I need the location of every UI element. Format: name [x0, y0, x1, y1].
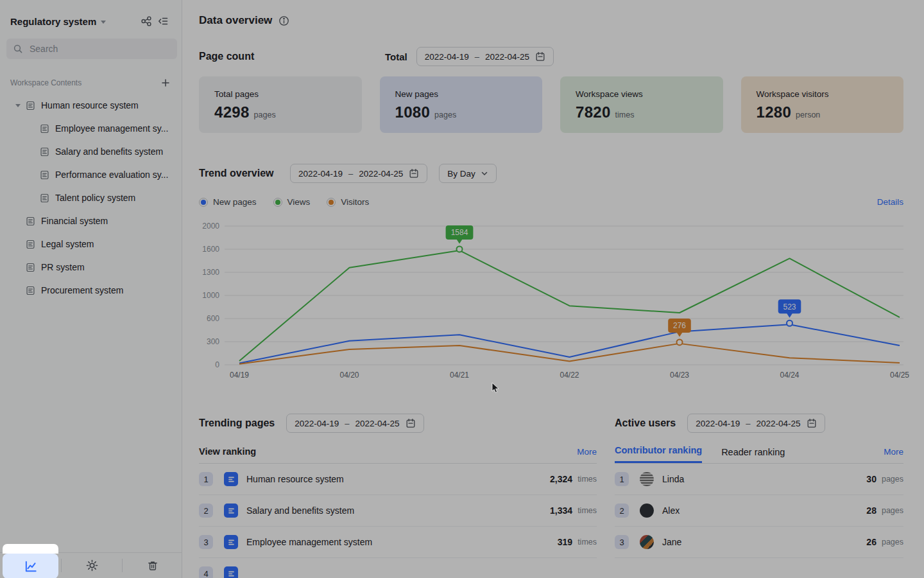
view-ranking-row[interactable]: 2 Salary and benefits system 1,334 times — [199, 495, 597, 527]
trending-pages-section: Trending pages 2022-04-19 – 2022-04-25 — [199, 414, 597, 578]
contributor-row[interactable]: 3 Jane 26 pages — [615, 527, 903, 558]
caret-down-icon[interactable] — [10, 104, 26, 107]
tree-item-label: Salary and benefits system — [55, 146, 163, 157]
avatar — [640, 472, 654, 486]
date-start: 2022-04-19 — [425, 52, 469, 62]
document-icon — [26, 101, 35, 110]
tree-item[interactable]: Legal system — [0, 232, 182, 256]
active-users-title: Active users — [615, 417, 676, 429]
trash-icon[interactable] — [140, 553, 166, 578]
tree-item[interactable]: PR system — [0, 256, 182, 279]
contributor-row[interactable]: 2 Alex 28 pages — [615, 495, 903, 527]
stats-button[interactable] — [3, 554, 58, 578]
svg-text:300: 300 — [207, 337, 219, 346]
tree-item-label: Financial system — [41, 216, 108, 226]
settings-icon[interactable] — [79, 553, 105, 578]
calendar-icon — [406, 418, 416, 428]
search-input[interactable] — [6, 39, 177, 59]
document-icon — [26, 263, 35, 272]
tree-item-label: Procurement system — [41, 285, 123, 295]
tab-reader-ranking[interactable]: Reader ranking — [721, 447, 785, 463]
avatar — [640, 504, 654, 518]
date-end: 2022-04-25 — [359, 169, 403, 179]
svg-text:04/19: 04/19 — [230, 371, 249, 380]
page-count-title: Page count — [199, 51, 385, 62]
svg-text:2000: 2000 — [202, 222, 219, 231]
collapse-sidebar-icon[interactable] — [155, 13, 171, 30]
add-page-icon[interactable] — [158, 76, 173, 90]
trending-pages-date-picker[interactable]: 2022-04-19 – 2022-04-25 — [286, 414, 424, 433]
document-icon — [40, 193, 49, 203]
avatar — [640, 535, 654, 549]
legend-label: New pages — [213, 197, 257, 207]
view-count: 2,324 — [550, 474, 572, 484]
trending-more-link[interactable]: More — [577, 447, 597, 463]
rank-badge: 3 — [199, 535, 213, 549]
workspace-tree: Human resource system Employee managemen… — [0, 94, 182, 302]
date-start: 2022-04-19 — [298, 169, 343, 179]
share-icon[interactable] — [138, 13, 155, 30]
rank-badge: 1 — [615, 472, 629, 486]
tree-item[interactable]: Financial system — [0, 209, 182, 232]
legend-dot-icon — [273, 198, 282, 207]
stat-label: Total pages — [214, 89, 346, 99]
tree-item[interactable]: Procurement system — [0, 279, 182, 302]
view-ranking-row[interactable]: 3 Employee management system 319 times — [199, 527, 597, 558]
workspace-switcher[interactable]: Regulatory system — [10, 16, 106, 27]
active-users-more-link[interactable]: More — [884, 447, 903, 463]
stat-label: Workspace views — [576, 89, 708, 99]
view-ranking-row[interactable]: 4 — [199, 558, 597, 578]
svg-text:04/25: 04/25 — [890, 371, 909, 380]
stat-card-workspace-views: Workspace views 7820times — [560, 76, 723, 133]
stat-card-total-pages: Total pages 4298pages — [199, 76, 362, 133]
legend-item[interactable]: Visitors — [327, 197, 369, 207]
info-icon[interactable] — [278, 15, 289, 26]
granularity-select[interactable]: By Day — [439, 164, 497, 183]
legend-item[interactable]: New pages — [199, 197, 257, 207]
legend-item[interactable]: Views — [273, 197, 311, 207]
rank-badge: 4 — [199, 566, 213, 578]
svg-text:1300: 1300 — [202, 268, 219, 277]
view-count-unit: times — [578, 506, 597, 515]
legend-dot-icon — [199, 198, 208, 207]
document-icon — [40, 124, 49, 134]
tree-item-label: Employee management sy... — [55, 123, 168, 134]
tree-item[interactable]: Employee management sy... — [0, 117, 182, 140]
trend-chart[interactable]: 0300600100013001600200004/1904/2004/2104… — [199, 221, 903, 380]
view-ranking-row[interactable]: 1 Human resource system 2,324 times — [199, 464, 597, 495]
tree-item[interactable]: Talent policy system — [0, 186, 182, 209]
stat-cards: Total pages 4298pages New pages 1080page… — [199, 76, 903, 133]
tab-contributor-ranking[interactable]: Contributor ranking — [615, 445, 702, 463]
date-start: 2022-04-19 — [696, 419, 740, 428]
details-link[interactable]: Details — [877, 197, 903, 207]
search-field[interactable] — [28, 43, 159, 55]
calendar-icon — [409, 168, 419, 179]
tree-item-label: Human resource system — [41, 100, 139, 110]
contributor-row[interactable]: 1 Linda 30 pages — [615, 464, 903, 495]
tree-item-label: Legal system — [41, 239, 94, 249]
stat-value: 1080 — [395, 103, 431, 121]
page-count: 26 — [866, 537, 877, 547]
stat-card-workspace-visitors: Workspace visitors 1280person — [741, 76, 904, 133]
date-separator: – — [746, 419, 750, 428]
tree-item-label: Talent policy system — [55, 193, 135, 203]
stat-unit: pages — [434, 110, 456, 119]
stats-spotlight — [3, 544, 58, 578]
trend-date-picker[interactable]: 2022-04-19 – 2022-04-25 — [290, 164, 427, 183]
active-users-date-picker[interactable]: 2022-04-19 – 2022-04-25 — [687, 414, 825, 433]
tree-item[interactable]: Salary and benefits system — [0, 140, 182, 163]
chevron-down-icon — [101, 21, 106, 24]
page-count-date-picker[interactable]: 2022-04-19 – 2022-04-25 — [416, 47, 554, 66]
date-separator: – — [345, 419, 349, 428]
svg-text:04/24: 04/24 — [780, 371, 799, 380]
svg-text:1584: 1584 — [451, 228, 468, 237]
document-icon — [26, 286, 35, 295]
date-end: 2022-04-25 — [355, 419, 400, 428]
page-title-text: Human resource system — [246, 474, 550, 484]
svg-text:04/22: 04/22 — [560, 371, 579, 380]
date-separator: – — [348, 169, 353, 179]
tree-item[interactable]: Human resource system — [0, 94, 182, 117]
tree-item[interactable]: Performance evaluation sy... — [0, 163, 182, 186]
stat-value: 7820 — [576, 103, 611, 121]
stat-label: New pages — [395, 89, 527, 99]
